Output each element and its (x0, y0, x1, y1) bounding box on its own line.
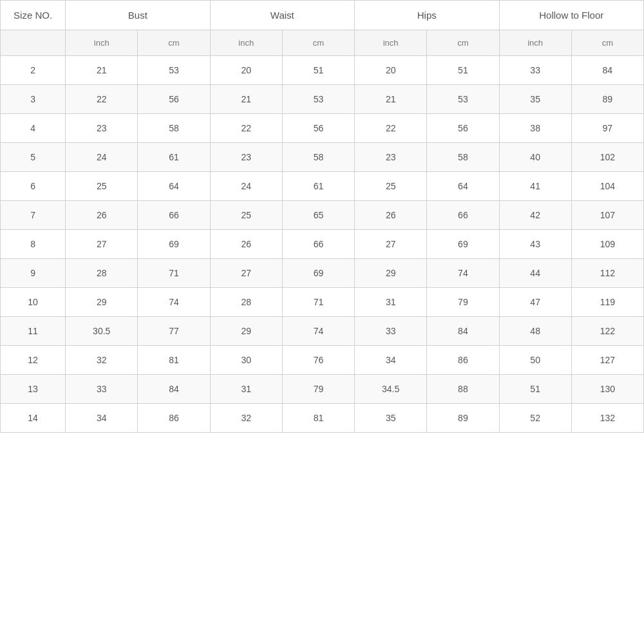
cell-htf-inch: 47 (499, 288, 571, 317)
cell-waist-cm: 53 (282, 85, 354, 114)
cell-htf-cm: 89 (571, 85, 643, 114)
cell-htf-cm: 84 (571, 56, 643, 85)
cell-bust-inch: 34 (66, 404, 138, 433)
cell-htf-inch: 50 (499, 346, 571, 375)
cell-waist-inch: 26 (210, 230, 282, 259)
cell-hips-cm: 84 (427, 317, 499, 346)
cell-bust-cm: 74 (138, 288, 210, 317)
cell-htf-cm: 132 (571, 404, 643, 433)
header-bust: Bust (66, 1, 210, 30)
cell-hips-inch: 26 (355, 201, 427, 230)
cell-size: 6 (1, 172, 66, 201)
table-row: 1029742871317947119 (1, 288, 644, 317)
subheader-waist-inch: inch (210, 30, 282, 56)
cell-bust-cm: 77 (138, 317, 210, 346)
cell-waist-cm: 81 (282, 404, 354, 433)
cell-bust-cm: 69 (138, 230, 210, 259)
cell-size: 4 (1, 114, 66, 143)
subheader-bust-cm: cm (138, 30, 210, 56)
table-row: 22153205120513384 (1, 56, 644, 85)
cell-waist-inch: 24 (210, 172, 282, 201)
cell-htf-inch: 42 (499, 201, 571, 230)
table-row: 827692666276943109 (1, 230, 644, 259)
cell-bust-cm: 86 (138, 404, 210, 433)
cell-bust-inch: 23 (66, 114, 138, 143)
cell-waist-inch: 31 (210, 375, 282, 404)
header-hollow-to-floor: Hollow to Floor (499, 1, 643, 30)
cell-hips-cm: 69 (427, 230, 499, 259)
cell-waist-inch: 22 (210, 114, 282, 143)
subheader-bust-inch: inch (66, 30, 138, 56)
cell-size: 12 (1, 346, 66, 375)
cell-hips-cm: 53 (427, 85, 499, 114)
header-size-no: Size NO. (1, 1, 66, 30)
cell-size: 3 (1, 85, 66, 114)
table-row: 625642461256441104 (1, 172, 644, 201)
table-body: 2215320512051338432256215321533589423582… (1, 56, 644, 433)
cell-hips-cm: 74 (427, 259, 499, 288)
cell-hips-inch: 23 (355, 143, 427, 172)
subheader-htf-inch: inch (499, 30, 571, 56)
cell-bust-cm: 58 (138, 114, 210, 143)
cell-htf-cm: 112 (571, 259, 643, 288)
cell-bust-inch: 30.5 (66, 317, 138, 346)
cell-bust-inch: 33 (66, 375, 138, 404)
cell-hips-inch: 21 (355, 85, 427, 114)
cell-hips-inch: 29 (355, 259, 427, 288)
cell-bust-inch: 26 (66, 201, 138, 230)
cell-hips-inch: 34 (355, 346, 427, 375)
cell-htf-inch: 44 (499, 259, 571, 288)
table-row: 524612358235840102 (1, 143, 644, 172)
cell-htf-cm: 107 (571, 201, 643, 230)
header-row: Size NO. Bust Waist Hips Hollow to Floor (1, 1, 644, 30)
cell-bust-cm: 64 (138, 172, 210, 201)
cell-bust-inch: 21 (66, 56, 138, 85)
cell-htf-inch: 52 (499, 404, 571, 433)
cell-hips-inch: 25 (355, 172, 427, 201)
cell-htf-inch: 33 (499, 56, 571, 85)
cell-hips-cm: 86 (427, 346, 499, 375)
subheader-size (1, 30, 66, 56)
cell-waist-cm: 51 (282, 56, 354, 85)
cell-waist-cm: 65 (282, 201, 354, 230)
cell-htf-inch: 35 (499, 85, 571, 114)
cell-hips-inch: 20 (355, 56, 427, 85)
cell-htf-inch: 41 (499, 172, 571, 201)
cell-htf-inch: 51 (499, 375, 571, 404)
cell-htf-inch: 40 (499, 143, 571, 172)
cell-bust-cm: 84 (138, 375, 210, 404)
cell-htf-cm: 104 (571, 172, 643, 201)
subheader-hips-inch: inch (355, 30, 427, 56)
size-chart-wrapper: Size NO. Bust Waist Hips Hollow to Floor… (0, 0, 644, 433)
cell-hips-cm: 58 (427, 143, 499, 172)
cell-bust-cm: 61 (138, 143, 210, 172)
cell-hips-cm: 64 (427, 172, 499, 201)
cell-bust-inch: 32 (66, 346, 138, 375)
cell-bust-inch: 24 (66, 143, 138, 172)
cell-hips-cm: 88 (427, 375, 499, 404)
table-row: 1434863281358952132 (1, 404, 644, 433)
cell-hips-cm: 79 (427, 288, 499, 317)
cell-waist-inch: 32 (210, 404, 282, 433)
subheader-htf-cm: cm (571, 30, 643, 56)
cell-htf-inch: 48 (499, 317, 571, 346)
cell-htf-inch: 38 (499, 114, 571, 143)
cell-waist-cm: 69 (282, 259, 354, 288)
cell-waist-inch: 21 (210, 85, 282, 114)
cell-bust-cm: 81 (138, 346, 210, 375)
cell-waist-cm: 66 (282, 230, 354, 259)
cell-waist-inch: 30 (210, 346, 282, 375)
cell-hips-inch: 34.5 (355, 375, 427, 404)
cell-bust-inch: 25 (66, 172, 138, 201)
cell-hips-cm: 51 (427, 56, 499, 85)
cell-waist-cm: 74 (282, 317, 354, 346)
cell-waist-inch: 23 (210, 143, 282, 172)
cell-waist-cm: 58 (282, 143, 354, 172)
cell-size: 2 (1, 56, 66, 85)
cell-bust-cm: 53 (138, 56, 210, 85)
cell-size: 14 (1, 404, 66, 433)
cell-bust-cm: 66 (138, 201, 210, 230)
cell-bust-cm: 56 (138, 85, 210, 114)
cell-size: 13 (1, 375, 66, 404)
cell-htf-cm: 102 (571, 143, 643, 172)
